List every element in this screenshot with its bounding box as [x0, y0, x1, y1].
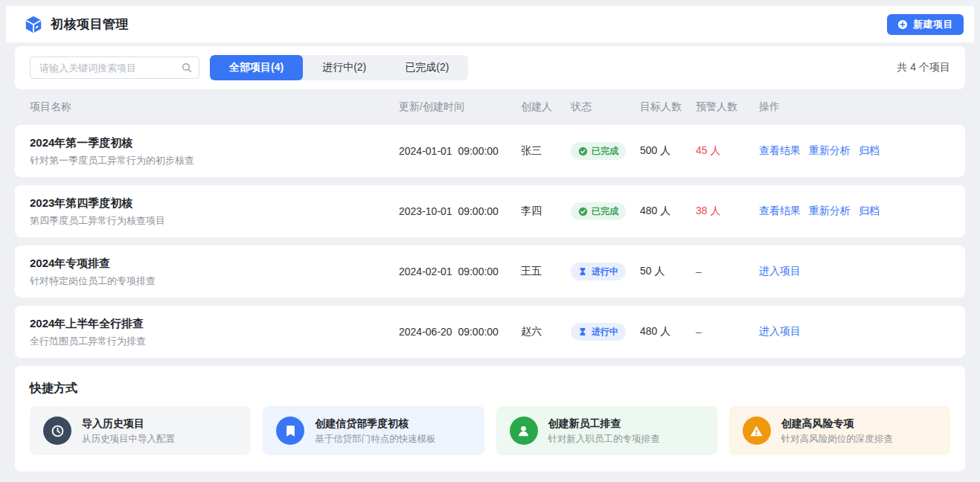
col-warning-count: 预警人数 — [696, 100, 759, 114]
col-target-count: 目标人数 — [640, 100, 696, 114]
row-actions: 查看结果重新分析归档 — [759, 205, 950, 218]
shortcut-title: 创建信贷部季度初核 — [315, 417, 436, 430]
hourglass-icon — [578, 267, 588, 277]
project-time: 2024-01-01 09:00:00 — [399, 145, 521, 157]
content: 全部项目(4) 进行中(2) 已完成(2) 共 4 个项目 项目名称 更新/创建… — [15, 46, 965, 472]
shortcut-description: 针对高风险岗位的深度排查 — [781, 434, 893, 445]
shortcut-card[interactable]: 创建新员工排查针对新入职员工的专项排查 — [496, 406, 717, 455]
shortcut-title: 创建高风险专项 — [781, 417, 893, 430]
shortcut-title: 创建新员工排查 — [548, 417, 660, 430]
status-badge: 已完成 — [571, 142, 626, 160]
toolbar: 全部项目(4) 进行中(2) 已完成(2) 共 4 个项目 — [15, 46, 965, 89]
warning-icon — [743, 417, 771, 445]
shortcut-text: 导入历史项目从历史项目中导入配置 — [82, 417, 175, 445]
page-title: 初核项目管理 — [51, 16, 129, 33]
project-name-cell: 2024年专项排查针对特定岗位员工的专项排查 — [30, 256, 399, 287]
status-badge: 进行中 — [571, 263, 626, 280]
warning-count: – — [696, 266, 759, 277]
shortcut-description: 基于信贷部门特点的快速模板 — [315, 434, 436, 445]
project-title: 2024年上半年全行排查 — [30, 316, 399, 331]
status-badge: 进行中 — [571, 323, 626, 341]
action-link[interactable]: 重新分析 — [809, 205, 851, 216]
project-creator: 李四 — [521, 205, 571, 218]
project-description: 第四季度员工异常行为核查项目 — [30, 215, 399, 227]
project-description: 针对第一季度员工异常行为的初步核查 — [30, 155, 399, 167]
target-count: 500 人 — [640, 144, 696, 158]
new-project-label: 新建项目 — [913, 18, 953, 31]
col-update-time: 更新/创建时间 — [399, 100, 521, 114]
project-status-cell: 已完成 — [571, 202, 640, 220]
filter-tabs: 全部项目(4) 进行中(2) 已完成(2) — [210, 55, 468, 80]
status-label: 进行中 — [592, 326, 618, 338]
shortcut-text: 创建高风险专项针对高风险岗位的深度排查 — [781, 417, 893, 445]
shortcut-description: 针对新入职员工的专项排查 — [548, 434, 660, 445]
project-title: 2024年第一季度初核 — [30, 135, 399, 150]
project-name-cell: 2024年第一季度初核针对第一季度员工异常行为的初步核查 — [30, 135, 399, 167]
project-creator: 王五 — [521, 265, 571, 278]
search-box — [30, 57, 199, 79]
hourglass-icon — [578, 327, 588, 337]
bookmark-icon — [276, 417, 304, 445]
plus-circle-icon — [897, 19, 908, 30]
action-link[interactable]: 进入项目 — [759, 325, 801, 337]
warning-count: – — [696, 326, 759, 338]
shortcuts-panel: 快捷方式 导入历史项目从历史项目中导入配置创建信贷部季度初核基于信贷部门特点的快… — [15, 366, 965, 472]
tab-completed[interactable]: 已完成(2) — [385, 55, 468, 80]
action-link[interactable]: 归档 — [859, 144, 880, 156]
table-row: 2023年第四季度初核第四季度员工异常行为核查项目2023-10-01 09:0… — [15, 185, 965, 237]
search-icon — [181, 62, 193, 74]
table-header: 项目名称 更新/创建时间 创建人 状态 目标人数 预警人数 操作 — [15, 89, 965, 125]
clock-icon — [43, 417, 71, 445]
user-icon — [510, 417, 538, 445]
table-row: 2024年专项排查针对特定岗位员工的专项排查2024-02-01 09:00:0… — [15, 245, 965, 298]
row-actions: 查看结果重新分析归档 — [759, 144, 950, 158]
shortcut-card[interactable]: 创建信贷部季度初核基于信贷部门特点的快速模板 — [263, 406, 484, 455]
project-description: 全行范围员工异常行为排查 — [30, 335, 399, 347]
shortcut-description: 从历史项目中导入配置 — [82, 434, 175, 445]
box-icon — [24, 15, 43, 34]
shortcuts-title: 快捷方式 — [30, 381, 950, 396]
header-bar: 初核项目管理 新建项目 — [6, 6, 974, 42]
action-link[interactable]: 进入项目 — [759, 265, 801, 277]
shortcut-card[interactable]: 导入历史项目从历史项目中导入配置 — [30, 406, 251, 455]
page: 初核项目管理 新建项目 全部项目(4) 进行中(2) 已完成(2) 共 4 个项… — [0, 6, 980, 472]
status-label: 已完成 — [592, 145, 618, 158]
table-row: 2024年第一季度初核针对第一季度员工异常行为的初步核查2024-01-01 0… — [15, 125, 965, 177]
shortcut-text: 创建新员工排查针对新入职员工的专项排查 — [548, 417, 660, 445]
project-creator: 赵六 — [521, 325, 571, 338]
header-left: 初核项目管理 — [24, 15, 129, 34]
check-circle-icon — [578, 147, 588, 156]
action-link[interactable]: 查看结果 — [759, 205, 801, 216]
col-actions: 操作 — [759, 100, 950, 114]
new-project-button[interactable]: 新建项目 — [887, 14, 964, 35]
action-link[interactable]: 查看结果 — [759, 144, 801, 156]
row-actions: 进入项目 — [759, 265, 950, 278]
project-status-cell: 进行中 — [571, 263, 640, 280]
project-status-cell: 已完成 — [571, 142, 640, 160]
table-row: 2024年上半年全行排查全行范围员工异常行为排查2024-06-20 09:00… — [15, 306, 965, 358]
project-name-cell: 2023年第四季度初核第四季度员工异常行为核查项目 — [30, 196, 399, 227]
search-input[interactable] — [30, 57, 199, 79]
project-title: 2023年第四季度初核 — [30, 196, 399, 211]
target-count: 480 人 — [640, 325, 696, 338]
row-actions: 进入项目 — [759, 325, 950, 338]
status-label: 已完成 — [592, 205, 618, 218]
target-count: 50 人 — [640, 265, 696, 278]
project-title: 2024年专项排查 — [30, 256, 399, 271]
action-link[interactable]: 重新分析 — [809, 144, 851, 156]
shortcut-cards: 导入历史项目从历史项目中导入配置创建信贷部季度初核基于信贷部门特点的快速模板创建… — [30, 406, 950, 455]
project-status-cell: 进行中 — [571, 323, 640, 341]
project-time: 2023-10-01 09:00:00 — [399, 205, 521, 217]
project-time: 2024-06-20 09:00:00 — [399, 326, 521, 338]
project-time: 2024-02-01 09:00:00 — [399, 266, 521, 277]
status-badge: 已完成 — [571, 202, 626, 220]
project-name-cell: 2024年上半年全行排查全行范围员工异常行为排查 — [30, 316, 399, 347]
target-count: 480 人 — [640, 205, 696, 218]
shortcut-card[interactable]: 创建高风险专项针对高风险岗位的深度排查 — [729, 406, 950, 455]
project-creator: 张三 — [521, 144, 571, 158]
warning-count: 45 人 — [696, 144, 759, 158]
tab-in-progress[interactable]: 进行中(2) — [303, 55, 385, 80]
action-link[interactable]: 归档 — [859, 205, 880, 216]
tab-all-projects[interactable]: 全部项目(4) — [210, 55, 303, 80]
project-list: 2024年第一季度初核针对第一季度员工异常行为的初步核查2024-01-01 0… — [15, 125, 965, 358]
